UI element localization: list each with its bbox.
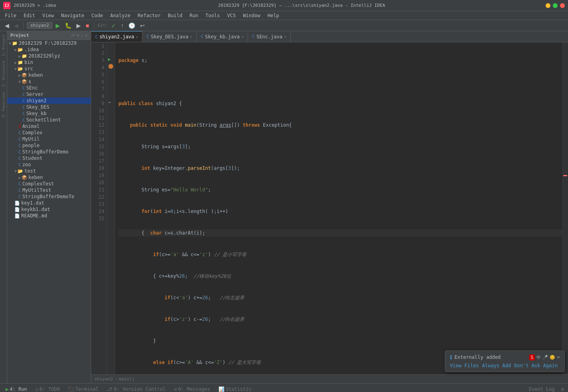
tree-s[interactable]: ▼ 📦 s xyxy=(7,78,91,85)
menu-run[interactable]: Run xyxy=(186,12,202,19)
right-scroll-indicators[interactable] xyxy=(562,42,568,374)
tree-s-label: s xyxy=(28,79,31,84)
tree-test[interactable]: ▼ 📂 test xyxy=(7,168,91,174)
tab-senc-close[interactable]: ✕ xyxy=(284,34,286,39)
tree-key1[interactable]: 📄 key1.dat xyxy=(7,200,91,206)
skey-des-java-icon: C xyxy=(22,105,25,110)
tab-shiyan2[interactable]: C shiyan2.java ✕ xyxy=(91,31,142,42)
git-revert-btn[interactable]: ↩ xyxy=(138,22,146,30)
project-header: Project ⟳ ⚙ — ✕ xyxy=(7,31,91,40)
notif-view-files-btn[interactable]: View Files xyxy=(450,363,479,368)
menu-tools[interactable]: Tools xyxy=(202,12,223,19)
minimize-btn[interactable] xyxy=(546,3,550,8)
tree-senc[interactable]: C SEnc xyxy=(7,85,91,91)
menu-code[interactable]: Code xyxy=(88,12,106,19)
git-history-btn[interactable]: 🕒 xyxy=(127,22,137,30)
back-btn[interactable]: ◀ xyxy=(3,22,11,30)
stop-btn[interactable]: ■ xyxy=(84,22,90,30)
tree-keykb1[interactable]: 📄 keykb1.dat xyxy=(7,206,91,213)
notif-dont-ask-btn[interactable]: Don't Ask Again xyxy=(514,363,558,368)
bottom-tab-statistic[interactable]: 📊 Statistic xyxy=(214,384,256,392)
favorites-side-label[interactable]: 3: Favorites xyxy=(2,90,6,119)
run-gutter-arrow[interactable]: ▶ xyxy=(108,57,111,62)
bottom-tab-terminal-label: Terminal xyxy=(75,386,98,392)
menu-edit[interactable]: Edit xyxy=(20,12,38,19)
menu-analyze[interactable]: Analyze xyxy=(107,12,134,19)
line-numbers: 12345 678910 1112131415 1617181920 21222… xyxy=(91,42,107,374)
project-panel: Project ⟳ ⚙ — ✕ ▼ 📁 20182329 F:\20182329… xyxy=(7,31,91,383)
tree-keben[interactable]: ▶ 📦 keben xyxy=(7,72,91,78)
tree-readme[interactable]: 📄 README.md xyxy=(7,213,91,219)
menu-view[interactable]: View xyxy=(39,12,57,19)
tree-skey-kb[interactable]: C Skey_kb xyxy=(7,110,91,117)
tree-sbdte[interactable]: C StringBufferDemoTe xyxy=(7,193,91,200)
tree-myutil[interactable]: C MyUtil xyxy=(7,136,91,142)
tree-complextest[interactable]: C ComplexTest xyxy=(7,181,91,187)
project-side-label[interactable]: 1: Project xyxy=(2,33,6,58)
maximize-btn[interactable] xyxy=(553,3,558,8)
menu-vcs[interactable]: VCS xyxy=(224,12,239,19)
tree-animal[interactable]: I Animal xyxy=(7,123,91,129)
tray-icon-mic: 🎤 xyxy=(542,355,548,360)
bottom-settings-icon[interactable]: ⚙ xyxy=(559,385,566,392)
structure-side-label[interactable]: 2: Structure xyxy=(2,59,6,88)
bottom-tab-terminal[interactable]: ⬛ Terminal xyxy=(64,384,103,392)
tree-root[interactable]: ▼ 📁 20182329 F:\20182329 xyxy=(7,40,91,46)
git-check-btn[interactable]: ✓ xyxy=(110,22,118,30)
tree-idea[interactable]: ▶ 📂 .idea xyxy=(7,46,91,53)
close-btn[interactable] xyxy=(560,3,565,8)
notif-always-add-btn[interactable]: Always Add xyxy=(482,363,511,368)
tab-senc[interactable]: C SEnc.java ✕ xyxy=(248,31,291,42)
tree-stringbufferdemo[interactable]: C StringBufferDemo xyxy=(7,149,91,155)
code-content[interactable]: package s; public class shiyan2 { public… xyxy=(115,42,562,374)
run-with-coverage-btn[interactable]: ▶ xyxy=(75,22,82,30)
code-editor[interactable]: 12345 678910 1112131415 1617181920 21222… xyxy=(91,42,568,374)
tab-skey-kb-close[interactable]: ✕ xyxy=(241,34,244,39)
notif-info-icon: ℹ xyxy=(450,354,452,360)
tree-bin[interactable]: ▶ 📁 bin xyxy=(7,59,91,66)
tree-zoo[interactable]: C zoo xyxy=(7,161,91,168)
tree-server[interactable]: C Server xyxy=(7,91,91,98)
project-close-icon[interactable]: ✕ xyxy=(85,33,88,38)
project-config-icon[interactable]: ⚙ xyxy=(76,33,79,38)
project-collapse-icon[interactable]: — xyxy=(81,33,84,38)
tree-shiyan2[interactable]: C shiyan2 xyxy=(7,98,91,104)
tree-skey-des[interactable]: C Skey_DES xyxy=(7,104,91,110)
menu-help[interactable]: Help xyxy=(264,12,282,19)
tab-shiyan2-close[interactable]: ✕ xyxy=(136,35,138,39)
tree-people[interactable]: C people xyxy=(7,142,91,149)
run-btn[interactable]: ▶ xyxy=(54,22,62,30)
bottom-tab-vcs[interactable]: ⎇ 9: Version Control xyxy=(103,384,170,392)
code-line-5: String s=args[3]; xyxy=(118,143,562,150)
menu-window[interactable]: Window xyxy=(240,12,263,19)
myutiltest-java-icon: C xyxy=(18,188,21,193)
forward-btn[interactable]: ◀ xyxy=(12,22,20,30)
menu-refactor[interactable]: Refactor xyxy=(134,12,164,19)
bottom-tab-todo[interactable]: ☑ 6: TODO xyxy=(32,384,64,392)
tree-myutiltest[interactable]: C MyUtilTest xyxy=(7,187,91,193)
tab-skey-kb[interactable]: C Skey_kb.java ✕ xyxy=(197,31,248,42)
menu-navigate[interactable]: Navigate xyxy=(58,12,88,19)
bottom-tab-run[interactable]: ▶ 4: Run xyxy=(2,384,32,392)
tree-src[interactable]: ▼ 📂 src xyxy=(7,66,91,72)
breadcrumb-shiyan2[interactable]: shiyan2 xyxy=(94,376,113,382)
tree-complex[interactable]: C Complex xyxy=(7,129,91,136)
bottom-tab-messages[interactable]: ✉ 0: Messages xyxy=(170,384,214,392)
bottom-tab-eventlog[interactable]: Event Log xyxy=(525,385,559,392)
tree-20182329lyz[interactable]: ▶ 📁 20182329lyz xyxy=(7,53,91,59)
git-push-btn[interactable]: ↑ xyxy=(119,22,125,30)
breakpoint-indicator[interactable] xyxy=(108,64,113,69)
tree-student[interactable]: C Student xyxy=(7,155,91,161)
breadcrumb-sep: › xyxy=(114,376,117,382)
tab-senc-label: SEnc.java xyxy=(256,34,282,40)
run-config-selector[interactable]: shiyan2 xyxy=(27,22,52,29)
debug-btn[interactable]: 🐛 xyxy=(63,22,73,30)
tab-skey-des-close[interactable]: ✕ xyxy=(190,34,192,39)
tree-socketclient[interactable]: C SocketClient xyxy=(7,117,91,123)
breadcrumb-main[interactable]: main() xyxy=(119,376,135,382)
tab-skey-des[interactable]: C Skey_DES.java ✕ xyxy=(142,31,197,42)
tree-test-keben[interactable]: ▶ 📦 keben xyxy=(7,174,91,181)
menu-file[interactable]: File xyxy=(2,12,20,19)
menu-build[interactable]: Build xyxy=(165,12,186,19)
project-sync-icon[interactable]: ⟳ xyxy=(71,33,75,38)
